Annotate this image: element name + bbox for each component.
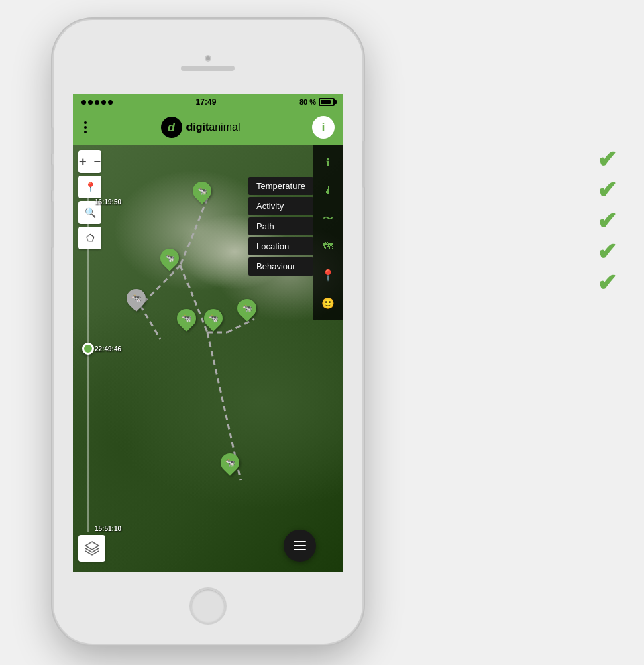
scene: 17:49 80 % d — [0, 0, 644, 665]
path-menu-item[interactable]: Path — [248, 217, 313, 235]
volume-down-button[interactable] — [51, 201, 54, 248]
behaviour-icon-button[interactable]: 🙂 — [315, 291, 341, 315]
layers-button[interactable] — [78, 535, 105, 562]
svg-marker-7 — [85, 542, 99, 550]
map-icon-button[interactable]: 🗺 — [315, 235, 341, 259]
animal-pin-3[interactable]: 🐄 — [177, 309, 196, 328]
animal-pin-2[interactable]: 🐄 — [160, 249, 179, 267]
checkmark-5: ✔ — [597, 271, 617, 295]
checkmark-3: ✔ — [597, 209, 617, 233]
battery-percent: 80 % — [299, 98, 316, 106]
timeline-label-top: 16:19:50 — [95, 198, 121, 206]
animal-pin-gray[interactable]: 🐄 — [127, 289, 146, 308]
phone-camera — [205, 55, 211, 62]
location-menu-item[interactable]: Location — [248, 237, 313, 255]
temperature-icon-button[interactable]: 🌡 — [315, 178, 341, 202]
activity-icon-button[interactable]: 〜 — [315, 206, 341, 231]
volume-up-button[interactable] — [51, 164, 54, 191]
app-header: d digitanimal i — [73, 110, 343, 145]
zoom-out-button[interactable]: − — [93, 152, 101, 171]
battery-fill — [321, 100, 331, 104]
timeline-label-mid: 22:49:46 — [95, 345, 121, 353]
phone-speaker — [181, 66, 235, 71]
svg-line-3 — [227, 319, 254, 332]
location-button[interactable]: 📍 — [78, 176, 101, 198]
floating-action-button[interactable] — [284, 530, 316, 562]
home-button[interactable] — [189, 587, 227, 625]
logo-icon: d — [161, 117, 182, 138]
checkmark-1: ✔ — [597, 147, 617, 172]
battery-area: 80 % — [299, 98, 335, 106]
animal-pin-1[interactable]: 🐄 — [193, 182, 211, 200]
right-info-panel: ℹ 🌡 〜 🗺 📍 🙂 — [313, 145, 343, 320]
timeline-slider[interactable]: 16:19:50 22:49:46 15:51:10 — [81, 198, 95, 532]
checkmark-4: ✔ — [597, 240, 617, 264]
power-button[interactable] — [362, 141, 365, 188]
animal-pin-5[interactable]: 🐄 — [237, 299, 256, 318]
timeline-label-bot: 15:51:10 — [95, 525, 121, 532]
mute-button[interactable] — [51, 127, 54, 154]
svg-line-5 — [140, 306, 160, 339]
app-name: digitanimal — [186, 121, 241, 133]
behaviour-menu-item[interactable]: Behaviour — [248, 257, 313, 276]
status-bar: 17:49 80 % — [73, 94, 343, 110]
checkmarks-panel: ✔ ✔ ✔ ✔ ✔ — [597, 147, 617, 295]
checkmark-2: ✔ — [597, 178, 617, 202]
animal-pin-bottom[interactable]: 🐄 — [221, 453, 239, 472]
zoom-in-button[interactable]: + — [78, 152, 87, 171]
phone-screen: 17:49 80 % d — [73, 94, 343, 572]
svg-line-4 — [140, 265, 180, 306]
signal-indicator — [81, 100, 113, 105]
info-icon-button[interactable]: ℹ — [315, 150, 341, 174]
phone-shell: 17:49 80 % d — [54, 20, 362, 644]
dropdown-menu: Temperature Activity Path Location Behav… — [248, 177, 313, 276]
animal-pin-4[interactable]: 🐄 — [204, 309, 223, 328]
battery-icon — [319, 98, 335, 106]
app-logo: d digitanimal — [161, 117, 241, 138]
info-button[interactable]: i — [312, 116, 335, 139]
hamburger-menu-button[interactable] — [81, 119, 89, 136]
zoom-control[interactable]: + − — [78, 150, 101, 173]
location-icon-button[interactable]: 📍 — [315, 263, 341, 287]
clock: 17:49 — [196, 97, 217, 107]
timeline-handle[interactable] — [82, 343, 94, 355]
layers-icon — [84, 540, 100, 556]
svg-line-0 — [180, 198, 207, 265]
activity-menu-item[interactable]: Activity — [248, 197, 313, 215]
map-area[interactable]: + − 📍 🔍 ⬠ 16:19:50 22:49:46 15:51:10 — [73, 145, 343, 572]
temperature-menu-item[interactable]: Temperature — [248, 177, 313, 195]
